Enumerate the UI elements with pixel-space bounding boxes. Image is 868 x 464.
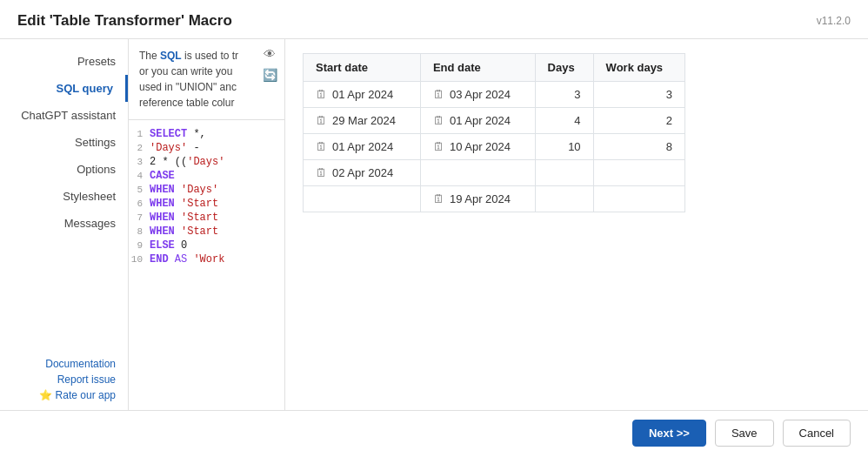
sidebar: Presets SQL query ChatGPT assistant Sett…	[0, 39, 129, 410]
right-panel: Start date End date Days Work days 🗓01 A…	[285, 39, 868, 410]
app-version: v11.2.0	[817, 15, 851, 27]
code-line: 5WHEN 'Days'	[129, 183, 284, 197]
code-line: 7WHEN 'Start	[129, 211, 284, 225]
sidebar-item-settings[interactable]: Settings	[0, 129, 128, 156]
cell-days	[535, 186, 593, 212]
calendar-icon: 🗓	[433, 192, 444, 205]
cell-start	[304, 186, 421, 212]
documentation-link[interactable]: Documentation	[12, 358, 116, 370]
table-row: 🗓29 Mar 2024 🗓01 Apr 2024 4 2	[304, 108, 685, 134]
cell-end: 🗓19 Apr 2024	[420, 186, 535, 212]
code-panel[interactable]: 1SELECT *, 2'Days' - 32 * (('Days' 4CASE…	[129, 120, 284, 410]
desc-icons: 👁 🔄	[262, 46, 277, 83]
app-title: Edit 'Table Transformer' Macro	[17, 12, 232, 30]
eye-icon[interactable]: 👁	[262, 46, 277, 62]
calendar-icon: 🗓	[433, 114, 444, 127]
cell-workdays	[593, 160, 684, 186]
footer: Next >> Save Cancel	[0, 410, 868, 455]
sidebar-item-messages[interactable]: Messages	[0, 210, 128, 237]
cell-end: 🗓01 Apr 2024	[420, 108, 535, 134]
code-line: 10END AS 'Work	[129, 252, 284, 266]
cell-end: 🗓03 Apr 2024	[420, 82, 535, 108]
cell-start: 🗓01 Apr 2024	[304, 82, 421, 108]
calendar-icon: 🗓	[316, 140, 327, 153]
cancel-button[interactable]: Cancel	[783, 420, 851, 447]
code-line: 9ELSE 0	[129, 239, 284, 252]
cell-workdays: 3	[593, 82, 684, 108]
cell-start: 🗓02 Apr 2024	[304, 160, 421, 186]
calendar-icon: 🗓	[433, 88, 444, 101]
table-row: 🗓02 Apr 2024	[304, 160, 685, 186]
sidebar-item-sql-query[interactable]: SQL query	[0, 75, 128, 102]
code-line: 4CASE	[129, 169, 284, 183]
rate-app-link[interactable]: ⭐ Rate our app	[12, 389, 116, 401]
content-area: The SQL is used to tror you can write yo…	[129, 39, 868, 410]
table-row: 🗓01 Apr 2024 🗓10 Apr 2024 10 8	[304, 134, 685, 160]
cell-workdays	[593, 186, 684, 212]
description-box: The SQL is used to tror you can write yo…	[129, 39, 284, 120]
star-icon: ⭐	[39, 389, 52, 401]
calendar-icon: 🗓	[316, 88, 327, 101]
code-line: 1SELECT *,	[129, 127, 284, 141]
sidebar-item-options[interactable]: Options	[0, 156, 128, 183]
calendar-icon: 🗓	[433, 140, 444, 153]
description-text: The SQL is used to tror you can write yo…	[139, 50, 238, 109]
cell-start: 🗓01 Apr 2024	[304, 134, 421, 160]
table-row: 🗓01 Apr 2024 🗓03 Apr 2024 3 3	[304, 82, 685, 108]
code-lines: 1SELECT *, 2'Days' - 32 * (('Days' 4CASE…	[129, 120, 284, 273]
code-line: 2'Days' -	[129, 141, 284, 155]
col-work-days: Work days	[593, 54, 684, 82]
sidebar-item-presets[interactable]: Presets	[0, 48, 128, 75]
save-button[interactable]: Save	[715, 420, 774, 447]
cell-workdays: 8	[593, 134, 684, 160]
main-layout: Presets SQL query ChatGPT assistant Sett…	[0, 39, 868, 410]
cell-workdays: 2	[593, 108, 684, 134]
refresh-icon[interactable]: 🔄	[262, 67, 277, 83]
sidebar-item-stylesheet[interactable]: Stylesheet	[0, 183, 128, 210]
cell-days	[535, 160, 593, 186]
report-issue-link[interactable]: Report issue	[12, 373, 116, 386]
sql-keyword: SQL	[160, 50, 182, 62]
sidebar-item-chatgpt[interactable]: ChatGPT assistant	[0, 102, 128, 129]
code-line: 6WHEN 'Start	[129, 197, 284, 211]
cell-end: 🗓10 Apr 2024	[420, 134, 535, 160]
code-line: 8WHEN 'Start	[129, 225, 284, 239]
sidebar-links: Documentation Report issue ⭐ Rate our ap…	[0, 349, 128, 410]
code-line: 32 * (('Days'	[129, 155, 284, 169]
cell-days: 4	[535, 108, 593, 134]
left-panel: The SQL is used to tror you can write yo…	[129, 39, 285, 410]
rate-app-label: Rate our app	[56, 389, 116, 401]
app-header: Edit 'Table Transformer' Macro v11.2.0	[0, 0, 868, 39]
table-row: 🗓19 Apr 2024	[304, 186, 685, 212]
cell-end	[420, 160, 535, 186]
col-days: Days	[535, 54, 593, 82]
next-button[interactable]: Next >>	[632, 420, 706, 447]
cell-start: 🗓29 Mar 2024	[304, 108, 421, 134]
col-end-date: End date	[420, 54, 535, 82]
calendar-icon: 🗓	[316, 114, 327, 127]
cell-days: 3	[535, 82, 593, 108]
col-start-date: Start date	[304, 54, 421, 82]
data-table: Start date End date Days Work days 🗓01 A…	[303, 53, 685, 212]
cell-days: 10	[535, 134, 593, 160]
calendar-icon: 🗓	[316, 166, 327, 179]
